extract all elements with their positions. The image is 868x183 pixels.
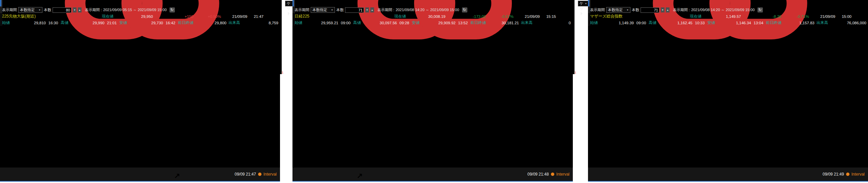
- change-value: -8.26: [741, 14, 781, 19]
- chart-area: [588, 26, 689, 78]
- low-value: 29,730: [133, 21, 163, 25]
- status-bar: 09/09 21:47 Interval: [0, 167, 280, 181]
- chart-window: 14:3009:0009:3010:0010:3011:0011:3013:00…: [588, 0, 868, 182]
- interval-label[interactable]: Interval: [264, 172, 277, 177]
- low-value: 29,909.92: [425, 21, 456, 25]
- link-group-number: 1: [575, 71, 576, 74]
- period-label: 表示期間: [2, 7, 17, 12]
- interval-label[interactable]: Interval: [851, 172, 865, 177]
- window-accent: [292, 0, 294, 6]
- chevron-down-icon: ▼: [585, 2, 587, 5]
- quote-date: 21/09/09: [514, 14, 540, 19]
- prev-close-label: 前日終値: [766, 20, 786, 25]
- status-time: 09/09 21:47: [235, 172, 256, 177]
- period-mode-value: 本数指定: [312, 7, 327, 12]
- range-label: 表示期間 :: [673, 7, 690, 12]
- chart-window: 14:3009:0009:3010:0010:3011:0011:3013:00…: [292, 0, 573, 182]
- count-increment-button[interactable]: ▲: [666, 7, 670, 12]
- reload-button[interactable]: ↻: [169, 7, 175, 12]
- market-select-value: マーケット: [287, 0, 290, 16]
- current-label: 現在値: [690, 14, 707, 19]
- range-value: 2021/09/08 14:20 ～ 2021/09/09 15:00: [691, 7, 754, 12]
- bar-count-input[interactable]: 80: [53, 7, 71, 13]
- open-value: 1,149.39: [603, 21, 634, 25]
- reload-button[interactable]: ↻: [462, 7, 467, 12]
- quote-time: 21:47: [247, 14, 264, 19]
- prev-close-value: 29,800: [198, 21, 226, 25]
- low-value: 1,146.34: [721, 21, 751, 25]
- bar-count-input[interactable]: 71: [641, 7, 659, 13]
- period-mode-select[interactable]: 本数指定 ▼: [606, 7, 630, 13]
- count-increment-button[interactable]: ▲: [78, 7, 82, 12]
- volume-label: 出来高: [228, 20, 245, 25]
- open-value: 29,810: [16, 21, 46, 25]
- bar-count-label: 本数: [336, 7, 344, 12]
- chart-toolbar: 14:3009:0009:3010:0010:3011:0011:3013:00…: [588, 0, 868, 7]
- period-mode-select[interactable]: 本数指定 ▼: [311, 7, 335, 13]
- high-time: 10:33: [692, 21, 707, 25]
- range-value: 2021/09/09 05:15 ～ 2021/09/09 15:00: [103, 7, 166, 12]
- high-time: 21:01: [104, 21, 119, 25]
- price-chart[interactable]: [292, 26, 394, 77]
- open-label: 始値: [2, 20, 16, 25]
- period-label: 表示期間: [590, 7, 605, 12]
- cursor-arrow-icon: ↗: [356, 173, 363, 180]
- volume-label: 出来高: [816, 20, 833, 25]
- chart-area: [292, 26, 394, 78]
- high-label: 高値: [353, 20, 367, 25]
- change-percent: -0.57%: [486, 14, 514, 19]
- range-label: 表示期間 :: [85, 7, 102, 12]
- low-time: 13:04: [751, 21, 766, 25]
- high-time: 09:28: [397, 21, 412, 25]
- change-value: +150: [153, 14, 193, 19]
- interval-dot-icon: [846, 173, 849, 176]
- chevron-down-icon: ▼: [626, 9, 629, 11]
- count-decrement-button[interactable]: ▼: [661, 7, 664, 12]
- low-label: 安値: [707, 20, 721, 25]
- count-increment-button[interactable]: ▲: [370, 7, 374, 12]
- status-bar: 09/09 21:48 Interval: [292, 167, 573, 181]
- volume-value: 0: [538, 21, 571, 25]
- cursor-arrow-icon: ↗: [174, 173, 180, 180]
- price-chart[interactable]: [0, 26, 101, 77]
- price-chart[interactable]: [588, 26, 689, 77]
- volume-label: 出来高: [521, 20, 538, 25]
- period-mode-select[interactable]: 本数指定 ▼: [18, 7, 42, 13]
- status-time: 09/09 21:49: [823, 172, 844, 177]
- quote-time: 15:00: [835, 14, 851, 19]
- interval-dot-icon: [258, 173, 261, 176]
- reload-button[interactable]: ↻: [757, 7, 763, 12]
- interval-label[interactable]: Interval: [556, 172, 569, 177]
- range-label: 表示期間 :: [377, 7, 394, 12]
- prev-close-value: 30,181.21: [491, 21, 519, 25]
- range-value: 2021/09/08 14:20 ～ 2021/09/09 15:00: [396, 7, 459, 12]
- market-select[interactable]: マーケット ▼: [578, 1, 589, 6]
- prev-close-label: 前日終値: [470, 20, 491, 25]
- change-value: -173.02: [445, 14, 486, 19]
- status-time: 09/09 21:48: [527, 172, 549, 177]
- volume-value: 76,086,000: [833, 21, 866, 25]
- open-time: 16:30: [46, 21, 61, 25]
- low-time: 13:52: [456, 21, 470, 25]
- bar-count-label: 本数: [44, 7, 51, 12]
- period-label: 表示期間: [294, 7, 309, 12]
- high-label: 高値: [61, 20, 74, 25]
- open-value: 29,959.21: [308, 21, 338, 25]
- bar-count-input[interactable]: 71: [345, 7, 364, 13]
- market-select-value: マーケット: [580, 0, 583, 16]
- count-decrement-button[interactable]: ▼: [365, 7, 369, 12]
- open-label: 始値: [294, 20, 308, 25]
- bar-count-label: 本数: [632, 7, 639, 12]
- symbol-name: 225先物大阪(期近): [2, 13, 102, 19]
- prev-close-label: 前日終値: [178, 20, 198, 25]
- current-label: 現在値: [102, 14, 119, 19]
- current-value: 29,950: [119, 14, 153, 19]
- volume-value: 8,759: [245, 21, 278, 25]
- symbol-name: 日経225: [294, 13, 394, 19]
- period-mode-value: 本数指定: [20, 7, 35, 12]
- chart-area: [0, 26, 101, 78]
- change-percent: -0.71%: [781, 14, 809, 19]
- count-decrement-button[interactable]: ▼: [73, 7, 76, 12]
- low-label: 安値: [412, 20, 425, 25]
- low-label: 安値: [119, 20, 133, 25]
